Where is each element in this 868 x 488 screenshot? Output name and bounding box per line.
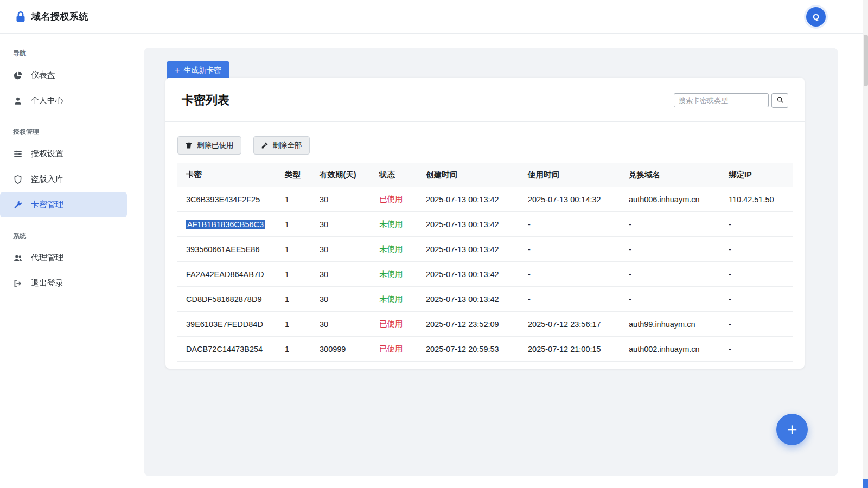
- cell-ip: -: [723, 262, 793, 287]
- card-key-text[interactable]: 3C6B393E434F2F25: [186, 195, 260, 204]
- scrollbar-bottom-button[interactable]: [863, 479, 868, 488]
- search-group: [674, 93, 788, 108]
- pie-chart-icon: [13, 70, 23, 80]
- logout-icon: [13, 279, 23, 288]
- card-key-table: 卡密 类型 有效期(天) 状态 创建时间 使用时间 兑换域名 绑定IP 3C6B: [177, 163, 793, 362]
- cell-key: 39E6103E7FEDD84D: [177, 312, 279, 337]
- cell-domain: -: [623, 287, 723, 312]
- cell-type: 1: [279, 187, 314, 212]
- card-key-text[interactable]: CD8DF581682878D9: [186, 295, 261, 304]
- table-row: FA2A42EAD864AB7D 1 30 未使用 2025-07-13 00:…: [177, 262, 793, 287]
- delete-used-button[interactable]: 删除已使用: [177, 136, 241, 155]
- cell-status: 已使用: [374, 312, 420, 337]
- cell-used-at: -: [522, 262, 623, 287]
- cell-days: 30: [314, 312, 374, 337]
- search-icon: [776, 96, 784, 105]
- cell-created: 2025-07-12 20:59:53: [420, 337, 522, 362]
- add-floating-button[interactable]: +: [776, 414, 808, 445]
- cell-days: 30: [314, 212, 374, 237]
- trash-icon: [185, 142, 193, 149]
- plus-icon: +: [175, 67, 180, 74]
- col-days: 有效期(天): [314, 163, 374, 187]
- table-row: CD8DF581682878D9 1 30 未使用 2025-07-13 00:…: [177, 287, 793, 312]
- wrench-icon: [13, 200, 23, 210]
- col-ip: 绑定IP: [723, 163, 793, 187]
- card-key-text[interactable]: 393560661AEE5E86: [186, 245, 259, 254]
- cell-ip: -: [723, 287, 793, 312]
- cell-used-at: 2025-07-12 23:56:17: [522, 312, 623, 337]
- card-key-text[interactable]: 39E6103E7FEDD84D: [186, 320, 263, 329]
- cell-domain: auth002.inhuaym.cn: [623, 337, 723, 362]
- sidebar-item-label: 授权设置: [31, 149, 63, 159]
- sidebar-section-system: 系统: [0, 226, 127, 245]
- status-badge: 未使用: [379, 245, 403, 253]
- card-key-text[interactable]: DACB72C14473B254: [186, 345, 263, 354]
- search-input[interactable]: [674, 93, 769, 107]
- delete-all-button[interactable]: 删除全部: [253, 136, 310, 155]
- cell-status: 未使用: [374, 287, 420, 312]
- table-header: 卡密 类型 有效期(天) 状态 创建时间 使用时间 兑换域名 绑定IP: [177, 163, 793, 187]
- col-used-at: 使用时间: [522, 163, 623, 187]
- cell-used-at: -: [522, 237, 623, 262]
- cell-created: 2025-07-13 00:13:42: [420, 262, 522, 287]
- sidebar-item-card-keys[interactable]: 卡密管理: [0, 192, 127, 217]
- users-icon: [13, 253, 23, 263]
- broom-icon: [261, 142, 269, 149]
- cell-used-at: -: [522, 287, 623, 312]
- cell-ip: -: [723, 337, 793, 362]
- sidebar-item-piracy-db[interactable]: 盗版入库: [0, 166, 127, 192]
- cell-used-at: 2025-07-12 21:00:15: [522, 337, 623, 362]
- sidebar-item-auth-settings[interactable]: 授权设置: [0, 141, 127, 166]
- sidebar-item-agents[interactable]: 代理管理: [0, 245, 127, 271]
- app-title: 域名授权系统: [31, 10, 88, 23]
- top-bar: 域名授权系统 Q: [0, 0, 863, 34]
- table-row: AF1B1B1836CB56C3 1 30 未使用 2025-07-13 00:…: [177, 212, 793, 237]
- col-created: 创建时间: [420, 163, 522, 187]
- sliders-icon: [13, 149, 23, 159]
- cell-ip: -: [723, 237, 793, 262]
- search-button[interactable]: [771, 93, 788, 108]
- cell-key: FA2A42EAD864AB7D: [177, 262, 279, 287]
- cell-created: 2025-07-12 23:52:09: [420, 312, 522, 337]
- card-key-list-card: 卡密列表: [165, 78, 805, 369]
- card-key-text[interactable]: FA2A42EAD864AB7D: [186, 270, 264, 279]
- cell-domain: -: [623, 212, 723, 237]
- sidebar-item-label: 盗版入库: [31, 174, 63, 184]
- sidebar-item-label: 退出登录: [31, 278, 63, 288]
- table-toolbar: 删除已使用 删除全部: [165, 122, 805, 155]
- sidebar-section-auth: 授权管理: [0, 122, 127, 141]
- status-badge: 未使用: [379, 269, 403, 278]
- cell-used-at: 2025-07-13 00:14:32: [522, 187, 623, 212]
- sidebar-item-profile[interactable]: 个人中心: [0, 88, 127, 113]
- sidebar-section-nav: 导航: [0, 43, 127, 62]
- sidebar-item-logout[interactable]: 退出登录: [0, 271, 127, 296]
- main-area: + 生成新卡密 卡密列表: [128, 34, 863, 488]
- cell-days: 30: [314, 287, 374, 312]
- scrollbar-thumb[interactable]: [864, 35, 868, 86]
- cell-ip: -: [723, 212, 793, 237]
- table-row: DACB72C14473B254 1 300999 已使用 2025-07-12…: [177, 337, 793, 362]
- cell-status: 未使用: [374, 212, 420, 237]
- sidebar-item-label: 卡密管理: [31, 200, 63, 210]
- cell-type: 1: [279, 337, 314, 362]
- scrollbar-track[interactable]: [863, 0, 868, 488]
- cell-domain: -: [623, 262, 723, 287]
- cell-used-at: -: [522, 212, 623, 237]
- sidebar-item-label: 仪表盘: [31, 70, 55, 80]
- cell-key: 3C6B393E434F2F25: [177, 187, 279, 212]
- content-panel: + 生成新卡密 卡密列表: [144, 48, 838, 476]
- table-body: 3C6B393E434F2F25 1 30 已使用 2025-07-13 00:…: [177, 187, 793, 362]
- generate-card-key-button[interactable]: + 生成新卡密: [167, 61, 229, 80]
- cell-type: 1: [279, 262, 314, 287]
- cell-created: 2025-07-13 00:13:42: [420, 287, 522, 312]
- cell-key: DACB72C14473B254: [177, 337, 279, 362]
- app-brand: 域名授权系统: [15, 10, 88, 23]
- card-key-text[interactable]: AF1B1B1836CB56C3: [186, 220, 265, 229]
- page-title: 卡密列表: [182, 92, 229, 108]
- col-domain: 兑换域名: [623, 163, 723, 187]
- sidebar-item-dashboard[interactable]: 仪表盘: [0, 62, 127, 88]
- cell-domain: -: [623, 237, 723, 262]
- user-avatar-badge[interactable]: Q: [806, 7, 826, 27]
- col-type: 类型: [279, 163, 314, 187]
- table-row: 393560661AEE5E86 1 30 未使用 2025-07-13 00:…: [177, 237, 793, 262]
